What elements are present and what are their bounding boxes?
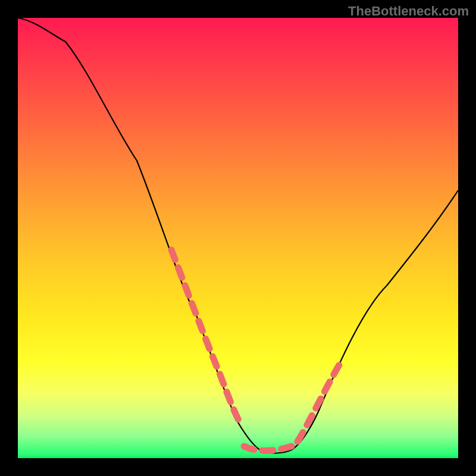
- highlight-right: [298, 360, 342, 441]
- highlight-floor: [244, 446, 292, 451]
- watermark: TheBottleneck.com: [348, 4, 469, 19]
- curve-line: [18, 18, 458, 453]
- highlight-left: [171, 250, 240, 422]
- bottleneck-curve: [18, 18, 458, 458]
